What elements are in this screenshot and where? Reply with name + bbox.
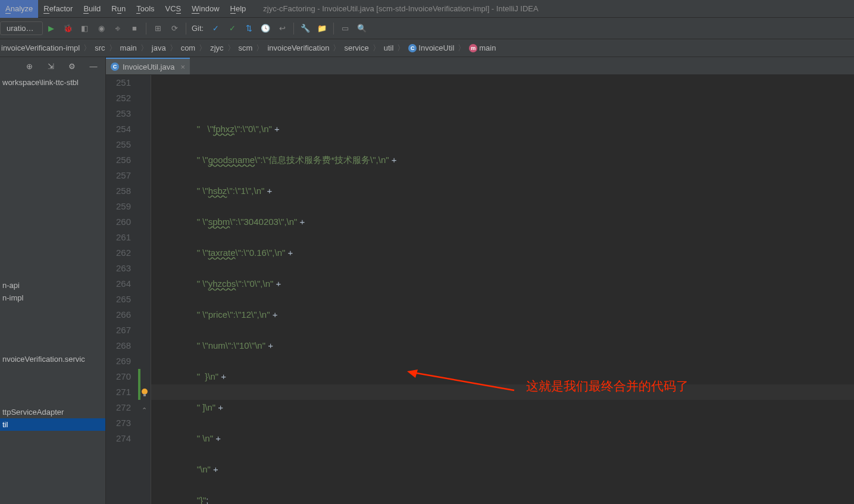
line-number: 260 <box>106 214 131 230</box>
crumb-module[interactable]: invoiceVerification-impl <box>0 43 81 52</box>
line-number: 267 <box>106 323 131 338</box>
crumb-util[interactable]: util <box>383 43 395 52</box>
line-number: 263 <box>106 261 131 276</box>
tree-item[interactable]: n-api <box>0 279 105 292</box>
tree-item[interactable]: workspace\link-ttc-stbl <box>0 76 105 89</box>
project-toolbar: ⊕ ⇲ ⚙ — <box>0 57 105 75</box>
git-label: Git: <box>192 24 204 33</box>
line-number: 253 <box>106 106 131 121</box>
editor-tabs: C InvoiceUtil.java × <box>106 57 854 75</box>
line-number: 252 <box>106 90 131 106</box>
menu-run[interactable]: Run <box>106 0 131 18</box>
java-class-icon: C <box>111 62 119 71</box>
separator <box>186 23 186 35</box>
tab-invoiceutil[interactable]: C InvoiceUtil.java × <box>106 58 190 74</box>
coverage-icon[interactable]: ◧ <box>78 22 91 35</box>
git-history-icon[interactable]: 🕓 <box>259 22 272 35</box>
line-number-gutter: 2512522532542552562572582592602612622632… <box>106 75 138 504</box>
line-number: 258 <box>106 183 131 199</box>
line-number: 271 <box>106 384 131 400</box>
toolbar-icon[interactable]: ▭ <box>339 22 352 35</box>
svg-rect-1 <box>143 394 146 396</box>
crumb-main[interactable]: main <box>119 43 138 52</box>
debug-icon[interactable]: 🐞 <box>61 22 74 35</box>
line-number: 266 <box>106 307 131 323</box>
crumb-zjyc[interactable]: zjyc <box>209 43 224 52</box>
line-number: 268 <box>106 338 131 353</box>
line-number: 272 <box>106 400 131 415</box>
separator <box>293 23 294 35</box>
tab-label: InvoiceUtil.java <box>123 62 174 71</box>
code-area[interactable]: " \"fphxz\":\"0\",\n" + " \"goodsname\":… <box>151 75 854 504</box>
settings-icon[interactable]: 🔧 <box>299 22 312 35</box>
project-tree[interactable]: workspace\link-ttc-stbl n-api n-impl nvo… <box>0 75 105 432</box>
git-update-icon[interactable]: ✓ <box>209 22 222 35</box>
git-rollback-icon[interactable]: ↩ <box>276 22 289 35</box>
breadcrumb: invoiceVerification-impl〉 src〉 main〉 jav… <box>0 39 854 57</box>
separator <box>146 23 146 35</box>
window-title: zjyc-cFactoring - InvoiceUtil.java [scm-… <box>263 4 538 13</box>
svg-point-0 <box>142 389 148 395</box>
line-number: 269 <box>106 353 131 369</box>
crumb-java[interactable]: java <box>151 43 167 52</box>
line-number: 256 <box>106 152 131 168</box>
tree-item[interactable]: n-impl <box>0 292 105 304</box>
menu-help[interactable]: Help <box>225 0 252 18</box>
menu-analyze[interactable]: AAnalyzenalyze <box>0 0 38 18</box>
search-icon[interactable]: 🔍 <box>355 22 368 35</box>
line-number: 251 <box>106 75 131 90</box>
main-toolbar: uration... ▶ 🐞 ◧ ◉ ⎆ ■ ⊞ ⟳ Git: ✓ ✓ ⇅ 🕓 … <box>0 18 854 39</box>
line-number: 264 <box>106 276 131 292</box>
tree-item[interactable]: nvoiceVerification.servic <box>0 353 105 365</box>
line-number: 257 <box>106 168 131 183</box>
code-editor[interactable]: 2512522532542552562572582592602612622632… <box>106 75 854 504</box>
line-number: 262 <box>106 245 131 261</box>
toolbar-icon[interactable]: ⟳ <box>168 22 181 35</box>
line-number: 255 <box>106 137 131 152</box>
current-line-highlight <box>151 384 854 400</box>
tree-item[interactable]: ttpServiceAdapter <box>0 406 105 418</box>
line-number: 274 <box>106 431 131 446</box>
settings-gear-icon[interactable]: ⚙ <box>65 60 79 73</box>
run-configuration-dropdown[interactable]: uration... <box>0 21 43 35</box>
project-structure-icon[interactable]: 📁 <box>315 22 329 35</box>
collapse-icon[interactable]: ⇲ <box>44 60 57 73</box>
gutter-marks: ⌃ <box>138 75 151 504</box>
method-icon: m <box>469 44 477 52</box>
hide-icon[interactable]: — <box>87 60 100 73</box>
attach-icon[interactable]: ⎆ <box>111 22 124 35</box>
git-compare-icon[interactable]: ⇅ <box>242 22 255 35</box>
tree-item-selected[interactable]: til <box>0 418 105 431</box>
menu-refactor[interactable]: Refactor <box>38 0 78 18</box>
crumb-src[interactable]: src <box>93 43 106 52</box>
class-icon: C <box>408 44 417 52</box>
close-icon[interactable]: × <box>180 62 185 71</box>
line-number: 273 <box>106 415 131 431</box>
locate-icon[interactable]: ⊕ <box>23 60 36 73</box>
fold-marker-icon[interactable]: ⌃ <box>142 402 147 418</box>
menu-build[interactable]: Build <box>78 0 106 18</box>
crumb-method[interactable]: mmain <box>468 43 497 53</box>
crumb-com[interactable]: com <box>180 43 197 52</box>
crumb-class[interactable]: CInvoiceUtil <box>407 43 455 53</box>
menu-vcs[interactable]: VCS <box>160 0 187 18</box>
menu-bar: AAnalyzenalyze Refactor Build Run Tools … <box>0 0 854 18</box>
menu-tools[interactable]: Tools <box>131 0 159 18</box>
line-number: 261 <box>106 230 131 245</box>
project-tool-window: ⊕ ⇲ ⚙ — workspace\link-ttc-stbl n-api n-… <box>0 57 106 504</box>
line-number: 265 <box>106 292 131 307</box>
menu-window[interactable]: Window <box>186 0 224 18</box>
run-icon[interactable]: ▶ <box>45 22 58 35</box>
line-number: 254 <box>106 121 131 137</box>
toolbar-icon[interactable]: ⊞ <box>151 22 164 35</box>
git-commit-icon[interactable]: ✓ <box>226 22 239 35</box>
crumb-service[interactable]: service <box>343 43 370 52</box>
crumb-pkg[interactable]: invoiceVerification <box>266 43 330 52</box>
line-number: 270 <box>106 369 131 384</box>
separator <box>333 23 334 35</box>
line-number: 259 <box>106 199 131 214</box>
profile-icon[interactable]: ◉ <box>95 22 108 35</box>
crumb-scm[interactable]: scm <box>237 43 254 52</box>
stop-icon[interactable]: ■ <box>128 22 141 35</box>
intention-bulb-icon[interactable] <box>140 387 149 396</box>
